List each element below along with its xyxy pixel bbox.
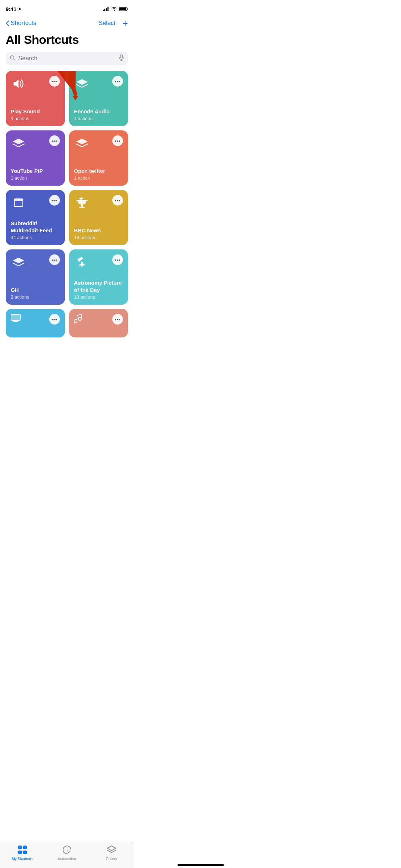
card-title: Play Sound — [11, 108, 60, 115]
telescope-icon — [74, 254, 90, 270]
box-icon — [11, 195, 26, 211]
nav-actions: Select + — [99, 19, 128, 28]
card-bottom: Subreddit/Multireddit Feed 34 actions — [11, 220, 60, 240]
search-bar[interactable] — [6, 52, 128, 65]
card-title: YouTube PiP — [11, 167, 60, 175]
open-twitter-more-button[interactable]: ••• — [112, 135, 123, 146]
card-bottom: Encode Audio 4 actions — [74, 108, 123, 122]
status-bar: 9:41 ➤ — [0, 0, 134, 16]
wifi-icon — [111, 7, 117, 11]
card-subtitle: 4 actions — [74, 116, 123, 121]
svg-rect-14 — [76, 200, 88, 201]
card-title: Open twitter — [74, 167, 123, 175]
svg-rect-18 — [79, 198, 83, 199]
card-subtitle: 1 action — [74, 175, 123, 181]
shortcut-card-subreddit[interactable]: ••• Subreddit/Multireddit Feed 34 action… — [6, 190, 65, 245]
search-input[interactable] — [18, 55, 116, 62]
shortcut-card-open-twitter[interactable]: ••• Open twitter 1 action — [69, 130, 128, 186]
location-icon: ➤ — [18, 7, 21, 11]
svg-rect-28 — [13, 321, 18, 322]
bbc-news-more-button[interactable]: ••• — [112, 195, 123, 206]
svg-rect-16 — [79, 207, 85, 208]
svg-rect-5 — [119, 7, 126, 10]
speaker-icon — [11, 76, 26, 92]
card-subtitle: 10 actions — [74, 294, 123, 300]
select-button[interactable]: Select — [99, 20, 115, 27]
card-subtitle: 4 actions — [11, 116, 60, 121]
card-title: GH — [11, 286, 60, 294]
search-icon — [10, 55, 15, 62]
svg-rect-15 — [81, 205, 83, 207]
battery-icon — [119, 7, 128, 11]
gh-more-button[interactable]: ••• — [49, 254, 60, 265]
card-title: Encode Audio — [74, 108, 123, 115]
svg-line-7 — [14, 59, 15, 60]
svg-rect-26 — [11, 315, 20, 320]
card-top: ••• — [11, 195, 60, 211]
astronomy-more-button[interactable]: ••• — [112, 254, 123, 265]
card-top: ••• — [11, 135, 60, 151]
shortcut-card-bbc-news[interactable]: ••• BBC News 19 actions — [69, 190, 128, 245]
card-top: ••• — [74, 254, 123, 270]
encode-audio-more-button[interactable]: ••• — [112, 76, 123, 87]
card-title: Subreddit/Multireddit Feed — [11, 220, 60, 234]
shortcut-card-astronomy[interactable]: ••• Astronomy Picture of the Day 10 acti… — [69, 249, 128, 305]
svg-rect-8 — [120, 55, 123, 58]
back-button[interactable]: Shortcuts — [6, 20, 36, 27]
card-subtitle: 1 action — [11, 175, 60, 181]
shortcuts-grid: ••• Play Sound 4 actions ••• Encode Audi… — [0, 71, 134, 305]
card-subtitle: 34 actions — [11, 235, 60, 240]
partial-card-blue[interactable]: ••• — [6, 309, 65, 337]
partial-card-salmon[interactable]: ••• — [69, 309, 128, 337]
shortcuts-grid-wrapper: ••• Play Sound 4 actions ••• Encode Audi… — [0, 71, 134, 305]
youtube-pip-more-button[interactable]: ••• — [49, 135, 60, 146]
music-icon — [74, 314, 83, 325]
chevron-left-icon — [6, 20, 9, 26]
signal-icon — [103, 7, 109, 11]
card-bottom: Play Sound 4 actions — [11, 108, 60, 122]
nav-bar: Shortcuts Select + — [0, 16, 134, 31]
card-bottom: GH 2 actions — [11, 286, 60, 300]
svg-rect-12 — [14, 199, 23, 201]
svg-rect-27 — [14, 320, 17, 321]
svg-rect-0 — [103, 10, 104, 11]
card-top: ••• — [74, 76, 123, 92]
card-bottom: Astronomy Picture of the Day 10 actions — [74, 279, 123, 300]
layers-icon — [11, 135, 26, 151]
page-title: All Shortcuts — [0, 31, 134, 52]
svg-rect-20 — [79, 264, 85, 265]
card-top: ••• — [74, 135, 123, 151]
shortcut-card-youtube-pip[interactable]: ••• YouTube PiP 1 action — [6, 130, 65, 186]
sink-icon — [74, 195, 90, 211]
status-time: 9:41 ➤ — [6, 6, 21, 12]
shortcut-card-gh[interactable]: ••• GH 2 actions — [6, 249, 65, 305]
play-sound-more-button[interactable]: ••• — [49, 76, 60, 87]
card-bottom: Open twitter 1 action — [74, 167, 123, 181]
card-subtitle: 2 actions — [11, 294, 60, 300]
card-bottom: YouTube PiP 1 action — [11, 167, 60, 181]
back-label: Shortcuts — [11, 20, 36, 27]
card-subtitle: 19 actions — [74, 235, 123, 240]
card-title: BBC News — [74, 227, 123, 234]
partial-salmon-more-button[interactable]: ••• — [112, 314, 123, 325]
svg-rect-2 — [106, 8, 107, 11]
svg-rect-3 — [108, 7, 109, 11]
card-top: ••• — [74, 195, 123, 211]
card-bottom: BBC News 19 actions — [74, 227, 123, 241]
mic-icon[interactable] — [119, 55, 124, 62]
partial-blue-more-button[interactable]: ••• — [49, 314, 60, 325]
card-top: ••• — [11, 254, 60, 270]
add-button[interactable]: + — [123, 19, 128, 28]
svg-rect-1 — [104, 9, 106, 11]
layers-icon — [74, 76, 90, 92]
card-top: ••• — [11, 76, 60, 92]
status-icons — [103, 7, 128, 11]
card-title: Astronomy Picture of the Day — [74, 279, 123, 293]
subreddit-more-button[interactable]: ••• — [49, 195, 60, 206]
layers-icon — [11, 254, 26, 270]
shortcut-card-encode-audio[interactable]: ••• Encode Audio 4 actions — [69, 71, 128, 126]
shortcut-card-play-sound[interactable]: ••• Play Sound 4 actions — [6, 71, 65, 126]
screen-icon — [11, 314, 21, 323]
layers-icon — [74, 135, 90, 151]
partial-cards-row: ••• ••• — [0, 309, 134, 337]
